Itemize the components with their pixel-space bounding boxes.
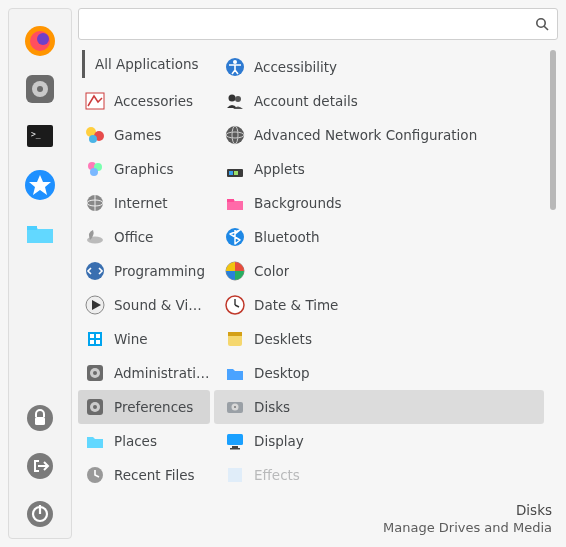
svg-point-45 — [229, 95, 236, 102]
app-label: Desklets — [254, 331, 312, 347]
category-sound-video[interactable]: Sound & Video — [78, 288, 210, 322]
svg-text:>_: >_ — [31, 130, 41, 139]
bluetooth-icon — [224, 226, 246, 248]
category-wine[interactable]: Wine — [78, 322, 210, 356]
logout-icon[interactable] — [20, 446, 60, 486]
category-internet[interactable]: Internet — [78, 186, 210, 220]
app-account-details[interactable]: Account details — [214, 84, 544, 118]
app-desktop[interactable]: Desktop — [214, 356, 544, 390]
lock-icon[interactable] — [20, 398, 60, 438]
svg-rect-32 — [90, 334, 94, 338]
category-office[interactable]: Office — [78, 220, 210, 254]
category-administration[interactable]: Administration — [78, 356, 210, 390]
category-label: Graphics — [114, 161, 174, 177]
search-icon — [535, 17, 549, 31]
effects-icon — [224, 464, 246, 486]
app-desklets[interactable]: Desklets — [214, 322, 544, 356]
category-label: Games — [114, 127, 161, 143]
app-date-time[interactable]: Date & Time — [214, 288, 544, 322]
app-label: Applets — [254, 161, 305, 177]
svg-point-16 — [537, 19, 545, 27]
app-description-footer: Disks Manage Drives and Media — [78, 497, 558, 539]
svg-rect-66 — [230, 448, 240, 450]
category-programming[interactable]: Programming — [78, 254, 210, 288]
app-disks[interactable]: Disks — [214, 390, 544, 424]
svg-rect-67 — [228, 468, 242, 482]
svg-point-38 — [93, 371, 97, 375]
svg-point-47 — [226, 126, 244, 144]
app-label: Color — [254, 263, 289, 279]
svg-rect-11 — [35, 417, 45, 425]
category-accessories[interactable]: Accessories — [78, 84, 210, 118]
favorites-sidebar: >_ — [8, 8, 72, 539]
app-advanced-network[interactable]: Advanced Network Configuration — [214, 118, 544, 152]
app-display[interactable]: Display — [214, 424, 544, 458]
software-center-icon[interactable] — [20, 165, 60, 205]
app-label: Advanced Network Configuration — [254, 127, 477, 143]
disks-icon — [224, 396, 246, 418]
svg-rect-64 — [227, 434, 243, 445]
svg-rect-51 — [229, 171, 233, 175]
wine-icon — [84, 328, 106, 350]
backgrounds-icon — [224, 192, 246, 214]
search-input[interactable] — [87, 17, 535, 32]
svg-rect-52 — [234, 171, 238, 175]
app-color[interactable]: Color — [214, 254, 544, 288]
category-label: Administration — [114, 365, 210, 381]
app-label: Account details — [254, 93, 358, 109]
category-label: Sound & Video — [114, 297, 210, 313]
applications-column: Accessibility Account details Advanced N… — [214, 44, 558, 497]
category-graphics[interactable]: Graphics — [78, 152, 210, 186]
app-accessibility[interactable]: Accessibility — [214, 50, 544, 84]
internet-icon — [84, 192, 106, 214]
games-icon — [84, 124, 106, 146]
app-label: Effects — [254, 467, 300, 483]
administration-icon — [84, 362, 106, 384]
category-label: Wine — [114, 331, 148, 347]
category-places[interactable]: Places — [78, 424, 210, 458]
category-label: Internet — [114, 195, 168, 211]
files-icon[interactable] — [20, 213, 60, 253]
category-label: Programming — [114, 263, 205, 279]
app-backgrounds[interactable]: Backgrounds — [214, 186, 544, 220]
category-preferences[interactable]: Preferences — [78, 390, 210, 424]
apps-scrollbar[interactable] — [550, 50, 556, 465]
desklets-icon — [224, 328, 246, 350]
settings-icon[interactable] — [20, 69, 60, 109]
firefox-icon[interactable] — [20, 21, 60, 61]
account-icon — [224, 90, 246, 112]
svg-point-24 — [90, 168, 98, 176]
svg-point-5 — [37, 86, 43, 92]
app-bluetooth[interactable]: Bluetooth — [214, 220, 544, 254]
svg-point-44 — [233, 60, 237, 64]
scrollbar-thumb[interactable] — [550, 50, 556, 210]
app-label: Disks — [254, 399, 290, 415]
category-label: Recent Files — [114, 467, 195, 483]
color-icon — [224, 260, 246, 282]
accessories-icon — [84, 90, 106, 112]
svg-rect-34 — [90, 340, 94, 344]
svg-point-21 — [89, 135, 97, 143]
app-effects[interactable]: Effects — [214, 458, 544, 492]
category-label: Office — [114, 229, 153, 245]
programming-icon — [84, 260, 106, 282]
category-recent-files[interactable]: Recent Files — [78, 458, 210, 492]
multimedia-icon — [84, 294, 106, 316]
app-label: Desktop — [254, 365, 310, 381]
svg-line-17 — [544, 26, 548, 30]
category-label: Places — [114, 433, 157, 449]
svg-rect-60 — [228, 332, 242, 336]
category-all-applications[interactable]: All Applications — [82, 50, 210, 78]
app-applets[interactable]: Applets — [214, 152, 544, 186]
category-label: Accessories — [114, 93, 193, 109]
terminal-icon[interactable]: >_ — [20, 117, 60, 157]
power-icon[interactable] — [20, 494, 60, 534]
svg-point-41 — [93, 405, 97, 409]
categories-column: All Applications Accessories Games Graph… — [78, 44, 214, 497]
office-icon — [84, 226, 106, 248]
preferences-icon — [84, 396, 106, 418]
svg-point-63 — [234, 406, 236, 408]
svg-rect-9 — [27, 226, 37, 230]
search-bar[interactable] — [78, 8, 558, 40]
category-games[interactable]: Games — [78, 118, 210, 152]
